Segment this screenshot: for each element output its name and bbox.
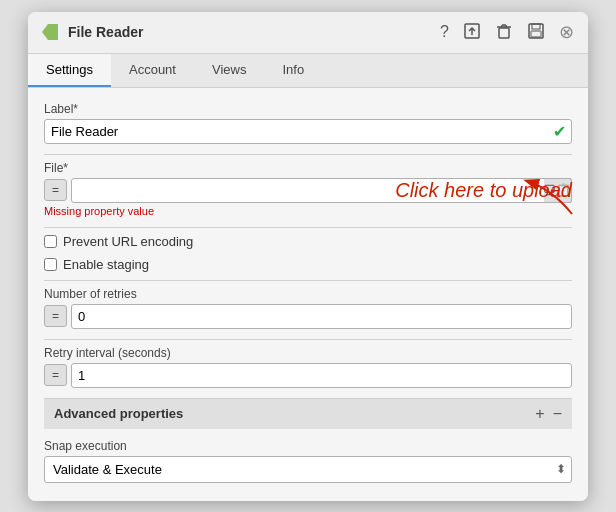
upload-icon: ↑ bbox=[544, 183, 555, 197]
svg-rect-3 bbox=[499, 28, 509, 38]
enable-staging-row: Enable staging bbox=[44, 257, 572, 272]
snap-execution-select[interactable]: Validate & Execute Execute only Validate… bbox=[44, 456, 572, 483]
prevent-url-label[interactable]: Prevent URL encoding bbox=[63, 234, 193, 249]
close-button[interactable]: ⊗ bbox=[557, 21, 576, 43]
svg-rect-10 bbox=[531, 31, 541, 37]
tab-views[interactable]: Views bbox=[194, 54, 264, 87]
tab-info[interactable]: Info bbox=[264, 54, 322, 87]
titlebar: File Reader ? bbox=[28, 12, 588, 54]
snap-execution-select-wrapper: Validate & Execute Execute only Validate… bbox=[44, 456, 572, 483]
enable-staging-checkbox[interactable] bbox=[44, 258, 57, 271]
advanced-controls: + − bbox=[535, 406, 562, 422]
svg-marker-0 bbox=[42, 24, 58, 40]
retries-group: Number of retries = bbox=[44, 287, 572, 329]
label-input-row: ✔ bbox=[44, 119, 572, 144]
file-input[interactable] bbox=[71, 178, 572, 203]
label-input-wrapper: ✔ bbox=[44, 119, 572, 144]
file-upload-button[interactable]: ↑ 📋 bbox=[544, 178, 572, 203]
advanced-minus-button[interactable]: − bbox=[553, 406, 562, 422]
main-window: File Reader ? bbox=[28, 12, 588, 501]
label-group: Label* ✔ bbox=[44, 102, 572, 144]
file-error: Missing property value bbox=[44, 205, 572, 217]
file-field-label: File* bbox=[44, 161, 572, 175]
export-button[interactable] bbox=[461, 20, 483, 45]
snap-execution-group: Snap execution Validate & Execute Execut… bbox=[44, 429, 572, 487]
window-title: File Reader bbox=[68, 24, 143, 40]
upload-icon-stacked: 📋 bbox=[556, 183, 571, 197]
staging-divider bbox=[44, 280, 572, 281]
file-input-container: ↑ 📋 bbox=[71, 178, 572, 203]
retry-interval-eq-button[interactable]: = bbox=[44, 364, 67, 386]
delete-icon bbox=[495, 22, 513, 40]
export-icon bbox=[463, 22, 481, 40]
retry-interval-input-row: = bbox=[44, 363, 572, 388]
file-group: File* = ↑ 📋 bbox=[44, 161, 572, 217]
file-divider bbox=[44, 227, 572, 228]
retries-label: Number of retries bbox=[44, 287, 572, 301]
content-area: Label* ✔ File* = bbox=[28, 88, 588, 501]
titlebar-left: File Reader bbox=[40, 22, 143, 42]
prevent-url-checkbox[interactable] bbox=[44, 235, 57, 248]
retry-interval-label: Retry interval (seconds) bbox=[44, 346, 572, 360]
tab-settings[interactable]: Settings bbox=[28, 54, 111, 87]
snap-execution-label: Snap execution bbox=[44, 439, 572, 453]
save-icon bbox=[527, 22, 545, 40]
tab-bar: Settings Account Views Info bbox=[28, 54, 588, 88]
prevent-url-row: Prevent URL encoding bbox=[44, 234, 572, 249]
file-eq-button[interactable]: = bbox=[44, 179, 67, 201]
label-input[interactable] bbox=[44, 119, 572, 144]
delete-button[interactable] bbox=[493, 20, 515, 45]
retries-input[interactable] bbox=[71, 304, 572, 329]
label-divider bbox=[44, 154, 572, 155]
retries-input-row: = bbox=[44, 304, 572, 329]
enable-staging-label[interactable]: Enable staging bbox=[63, 257, 149, 272]
app-icon bbox=[40, 22, 60, 42]
advanced-section: Advanced properties + − Snap execution V… bbox=[44, 398, 572, 487]
retries-eq-button[interactable]: = bbox=[44, 305, 67, 327]
label-field-label: Label* bbox=[44, 102, 572, 116]
advanced-label: Advanced properties bbox=[54, 406, 183, 421]
retries-divider bbox=[44, 339, 572, 340]
check-icon: ✔ bbox=[553, 122, 566, 141]
advanced-header: Advanced properties + − bbox=[44, 399, 572, 429]
titlebar-actions: ? bbox=[438, 20, 576, 45]
advanced-plus-button[interactable]: + bbox=[535, 406, 544, 422]
retry-interval-group: Retry interval (seconds) = bbox=[44, 346, 572, 388]
file-input-row: = ↑ 📋 bbox=[44, 178, 572, 203]
tab-account[interactable]: Account bbox=[111, 54, 194, 87]
save-button[interactable] bbox=[525, 20, 547, 45]
help-button[interactable]: ? bbox=[438, 22, 451, 42]
retry-interval-input[interactable] bbox=[71, 363, 572, 388]
